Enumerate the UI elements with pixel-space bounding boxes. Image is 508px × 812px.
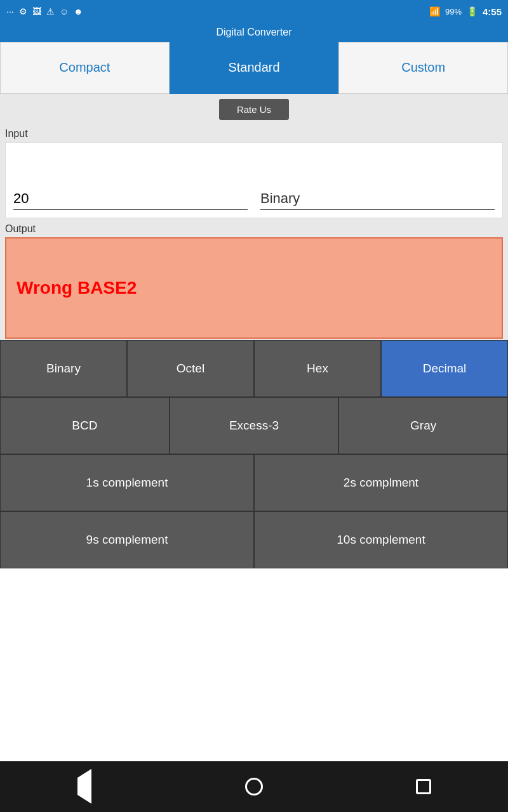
btn-1s-complement[interactable]: 1s complement bbox=[0, 454, 254, 511]
output-area: Wrong BASE2 bbox=[5, 237, 503, 339]
input-type-field[interactable] bbox=[260, 190, 495, 210]
status-right-icons: 📶 99% 🔋 4:55 bbox=[429, 6, 502, 17]
battery-icon: 🔋 bbox=[467, 6, 478, 16]
smiley2-icon: ☻ bbox=[74, 6, 83, 16]
converter-row-2: BCD Excess-3 Gray bbox=[0, 397, 508, 454]
converter-row-4: 9s complement 10s complement bbox=[0, 511, 508, 568]
warning-icon: ⚠ bbox=[46, 6, 55, 16]
tab-compact[interactable]: Compact bbox=[0, 42, 170, 94]
rate-us-button[interactable]: Rate Us bbox=[219, 99, 289, 120]
btn-excess3[interactable]: Excess-3 bbox=[170, 397, 339, 454]
btn-bcd[interactable]: BCD bbox=[0, 397, 170, 454]
tab-custom[interactable]: Custom bbox=[338, 42, 508, 94]
battery-percent: 99% bbox=[445, 7, 462, 16]
converter-row-1: Binary Octel Hex Decimal bbox=[0, 340, 508, 397]
app-title: Digital Converter bbox=[216, 27, 291, 38]
dots-icon: ··· bbox=[6, 6, 14, 16]
home-icon bbox=[245, 778, 263, 796]
converter-row-3: 1s complement 2s complment bbox=[0, 454, 508, 511]
btn-10s-complement[interactable]: 10s complement bbox=[254, 511, 508, 568]
wifi-icon: 📶 bbox=[429, 6, 440, 16]
input-label: Input bbox=[5, 128, 503, 140]
input-section: Input bbox=[0, 124, 508, 219]
output-section: Output Wrong BASE2 bbox=[0, 219, 508, 340]
status-left-icons: ··· ⚙ 🖼 ⚠ ☺ ☻ bbox=[6, 6, 83, 16]
recents-icon bbox=[416, 779, 431, 794]
output-error-text: Wrong BASE2 bbox=[17, 278, 137, 298]
tab-standard[interactable]: Standard bbox=[170, 42, 339, 94]
smiley-icon: ☺ bbox=[60, 6, 69, 16]
status-time: 4:55 bbox=[483, 6, 502, 17]
title-bar: Digital Converter bbox=[0, 23, 508, 42]
tab-bar: Compact Standard Custom bbox=[0, 42, 508, 94]
btn-hex[interactable]: Hex bbox=[254, 340, 381, 397]
image-icon: 🖼 bbox=[32, 6, 41, 16]
nav-recents-button[interactable] bbox=[404, 768, 443, 806]
btn-gray[interactable]: Gray bbox=[338, 397, 508, 454]
nav-back-button[interactable] bbox=[65, 768, 104, 806]
input-value-field[interactable] bbox=[13, 190, 248, 210]
status-bar: ··· ⚙ 🖼 ⚠ ☺ ☻ 📶 99% 🔋 4:55 bbox=[0, 0, 508, 23]
gear-icon: ⚙ bbox=[19, 6, 27, 16]
btn-octel[interactable]: Octel bbox=[127, 340, 254, 397]
back-icon bbox=[77, 778, 91, 796]
btn-2s-complment[interactable]: 2s complment bbox=[254, 454, 508, 511]
input-area bbox=[5, 142, 503, 218]
btn-9s-complement[interactable]: 9s complement bbox=[0, 511, 254, 568]
nav-home-button[interactable] bbox=[235, 768, 273, 806]
output-label: Output bbox=[5, 223, 503, 235]
nav-bar bbox=[0, 761, 508, 812]
converter-grid: Binary Octel Hex Decimal BCD Excess-3 Gr… bbox=[0, 340, 508, 568]
btn-decimal[interactable]: Decimal bbox=[381, 340, 508, 397]
btn-binary[interactable]: Binary bbox=[0, 340, 127, 397]
rate-us-bar: Rate Us bbox=[0, 94, 508, 124]
